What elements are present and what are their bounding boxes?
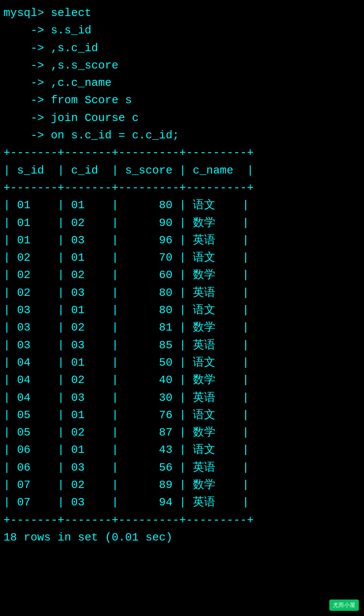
table-row: | 03 | 03 | 85 | 英语 |	[3, 337, 361, 354]
table-row: | 02 | 01 | 70 | 语文 |	[3, 249, 361, 266]
table-row: | 06 | 01 | 43 | 语文 |	[3, 441, 361, 459]
table-row: | 05 | 02 | 87 | 数学 |	[3, 424, 361, 441]
table-row: | 07 | 03 | 94 | 英语 |	[3, 494, 361, 511]
watermark-badge: 尤而小屋	[329, 600, 359, 611]
table-row: | 04 | 01 | 50 | 语文 |	[3, 354, 361, 371]
table-header: | s_id | c_id | s_score | c_name |	[3, 162, 361, 179]
table-row: | 01 | 01 | 80 | 语文 |	[3, 197, 361, 214]
table-row: | 01 | 02 | 90 | 数学 |	[3, 214, 361, 232]
table-row: | 05 | 01 | 76 | 语文 |	[3, 406, 361, 424]
query-line-4: -> ,s.s_score	[3, 57, 361, 74]
table-row: | 04 | 03 | 30 | 英语 |	[3, 389, 361, 406]
table-row: | 04 | 02 | 40 | 数学 |	[3, 371, 361, 389]
table-row: | 02 | 02 | 60 | 数学 |	[3, 266, 361, 284]
query-line-3: -> ,s.c_id	[3, 39, 361, 57]
table-row: | 03 | 01 | 80 | 语文 |	[3, 301, 361, 319]
table-separator-top: +-------+-------+---------+---------+	[3, 144, 361, 161]
query-line-2: -> s.s_id	[3, 22, 361, 39]
terminal-window: mysql> select -> s.s_id -> ,s.c_id -> ,s…	[3, 4, 361, 546]
table-row: | 02 | 03 | 80 | 英语 |	[3, 284, 361, 301]
table-separator-bottom: +-------+-------+---------+---------+	[3, 511, 361, 529]
table-row: | 03 | 02 | 81 | 数学 |	[3, 319, 361, 336]
query-line-1: mysql> select	[3, 4, 361, 22]
table-row: | 06 | 03 | 56 | 英语 |	[3, 459, 361, 476]
table-row: | 07 | 02 | 89 | 数学 |	[3, 476, 361, 494]
query-line-6: -> from Score s	[3, 92, 361, 109]
query-line-7: -> join Course c	[3, 109, 361, 127]
result-footer: 18 rows in set (0.01 sec)	[3, 529, 361, 546]
table-row: | 01 | 03 | 96 | 英语 |	[3, 232, 361, 249]
table-separator-mid: +-------+-------+---------+---------+	[3, 179, 361, 197]
query-line-5: -> ,c.c_name	[3, 74, 361, 92]
query-line-8: -> on s.c_id = c.c_id;	[3, 127, 361, 144]
